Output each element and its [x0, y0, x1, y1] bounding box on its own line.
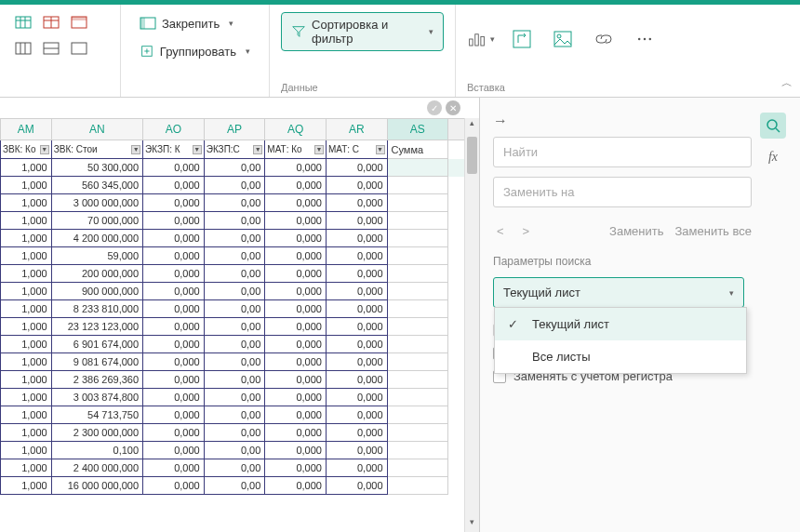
cell[interactable]: 1,000	[1, 371, 52, 389]
cell[interactable]: 0,000	[265, 247, 327, 265]
cell[interactable]: 0,000	[265, 283, 327, 300]
scope-select[interactable]: Текущий лист ▾ Текущий лист Все листы	[493, 277, 744, 308]
cell[interactable]	[387, 371, 448, 389]
column-header[interactable]: AM	[1, 119, 52, 140]
ribbon-collapse-button[interactable]: ︿	[781, 75, 793, 91]
cell[interactable]	[387, 318, 448, 336]
cell[interactable]: 0,000	[265, 212, 327, 230]
cell[interactable]: 59,000	[51, 247, 142, 265]
find-input[interactable]	[493, 137, 752, 167]
table-style-icon-6[interactable]	[67, 38, 91, 59]
cell[interactable]: 0,000	[265, 353, 327, 371]
cell[interactable]	[387, 212, 448, 230]
cell[interactable]: 1,000	[1, 177, 52, 194]
cell[interactable]: 0,000	[326, 283, 387, 300]
column-filter[interactable]: МАТ: С▼	[326, 140, 387, 159]
cell[interactable]: 0,000	[326, 265, 387, 283]
cell[interactable]: 200 000,000	[51, 265, 142, 283]
vertical-scrollbar[interactable]: ▴ ▾	[464, 118, 479, 532]
cell[interactable]	[387, 336, 448, 353]
cell[interactable]: 0,000	[326, 353, 387, 371]
table-style-icon-1[interactable]	[11, 12, 35, 33]
cell[interactable]: 2 386 269,360	[51, 371, 142, 389]
cell[interactable]: 0,00	[204, 265, 265, 283]
cell[interactable]: 0,000	[326, 459, 387, 477]
table-style-icon-2[interactable]	[39, 12, 63, 33]
column-filter[interactable]: ЭКЗП:С▼	[204, 140, 265, 159]
column-header[interactable]: AN	[51, 119, 142, 140]
cell[interactable]	[387, 406, 448, 424]
cell[interactable]: 0,000	[326, 318, 387, 336]
cell[interactable]: 0,000	[265, 424, 327, 442]
cell[interactable]: 0,000	[326, 159, 387, 177]
cell[interactable]: 0,000	[143, 247, 205, 265]
cell[interactable]: 0,000	[265, 194, 327, 212]
cell[interactable]: 0,000	[143, 159, 205, 177]
cell[interactable]: 0,000	[143, 389, 205, 406]
cell[interactable]: 0,000	[143, 371, 205, 389]
cell[interactable]: 23 123 123,000	[51, 318, 142, 336]
cell[interactable]: 0,00	[204, 389, 265, 406]
formula-tool-button[interactable]: fx	[760, 144, 786, 170]
cell[interactable]	[387, 230, 448, 247]
cell[interactable]	[387, 424, 448, 442]
cell[interactable]: 900 000,000	[51, 283, 142, 300]
cell[interactable]: 9 081 674,000	[51, 353, 142, 371]
column-filter[interactable]: ЗВК: Стои▼	[51, 140, 142, 159]
column-header[interactable]: AP	[204, 119, 265, 140]
cell[interactable]: 0,00	[204, 353, 265, 371]
cell[interactable]: 0,00	[204, 442, 265, 459]
cell[interactable]: 0,000	[326, 300, 387, 318]
confirm-icon[interactable]: ✓	[427, 100, 442, 115]
next-match-button[interactable]: >	[519, 222, 534, 240]
cell[interactable]: 70 000,000	[51, 212, 142, 230]
cell[interactable]: 0,000	[143, 318, 205, 336]
cell[interactable]: 54 713,750	[51, 406, 142, 424]
cancel-icon[interactable]: ✕	[446, 100, 460, 115]
cell[interactable]: 0,00	[204, 477, 265, 495]
cell[interactable]: 0,00	[204, 424, 265, 442]
cell[interactable]: 8 233 810,000	[51, 300, 142, 318]
cell[interactable]: 0,000	[143, 353, 205, 371]
cell[interactable]: 0,000	[143, 336, 205, 353]
cell[interactable]: 0,00	[204, 459, 265, 477]
cell[interactable]: 0,00	[204, 371, 265, 389]
cell[interactable]: 1,000	[1, 247, 52, 265]
cell[interactable]: 0,00	[204, 247, 265, 265]
cell[interactable]: 0,100	[51, 442, 142, 459]
cell[interactable]: 0,000	[143, 194, 205, 212]
cell[interactable]	[387, 177, 448, 194]
replace-input[interactable]	[493, 177, 752, 207]
cell[interactable]: 0,00	[204, 300, 265, 318]
cell[interactable]: 0,00	[204, 230, 265, 247]
cell[interactable]: 4 200 000,000	[51, 230, 142, 247]
cell[interactable]: 0,000	[265, 177, 327, 194]
cell[interactable]: 0,000	[143, 424, 205, 442]
scroll-up-arrow[interactable]: ▴	[465, 118, 479, 133]
cell[interactable]: 1,000	[1, 212, 52, 230]
cell[interactable]: 0,00	[204, 159, 265, 177]
search-tool-button[interactable]	[760, 113, 786, 139]
cell[interactable]: 1,000	[1, 442, 52, 459]
cell[interactable]: 0,000	[326, 424, 387, 442]
cell[interactable]	[387, 459, 448, 477]
cell[interactable]	[387, 353, 448, 371]
scope-option-all[interactable]: Все листы	[495, 340, 746, 373]
cell[interactable]: 1,000	[1, 283, 52, 300]
cell[interactable]: 1,000	[1, 353, 52, 371]
cell[interactable]: 1,000	[1, 389, 52, 406]
cell[interactable]: 0,000	[143, 212, 205, 230]
cell[interactable]: 0,000	[143, 177, 205, 194]
cell[interactable]: 1,000	[1, 230, 52, 247]
cell[interactable]: 0,000	[326, 194, 387, 212]
cell[interactable]: 0,000	[265, 300, 327, 318]
sort-filter-button[interactable]: Сортировка и фильтр ▾	[281, 12, 444, 51]
image-button[interactable]	[549, 25, 577, 53]
cell[interactable]: 50 300,000	[51, 159, 142, 177]
cell[interactable]: 0,000	[265, 265, 327, 283]
cell[interactable]: 0,000	[265, 477, 327, 495]
cell[interactable]: 0,000	[143, 265, 205, 283]
cell[interactable]: 0,000	[326, 177, 387, 194]
cell[interactable]: 3 003 874,800	[51, 389, 142, 406]
column-header[interactable]: AS	[387, 119, 448, 140]
